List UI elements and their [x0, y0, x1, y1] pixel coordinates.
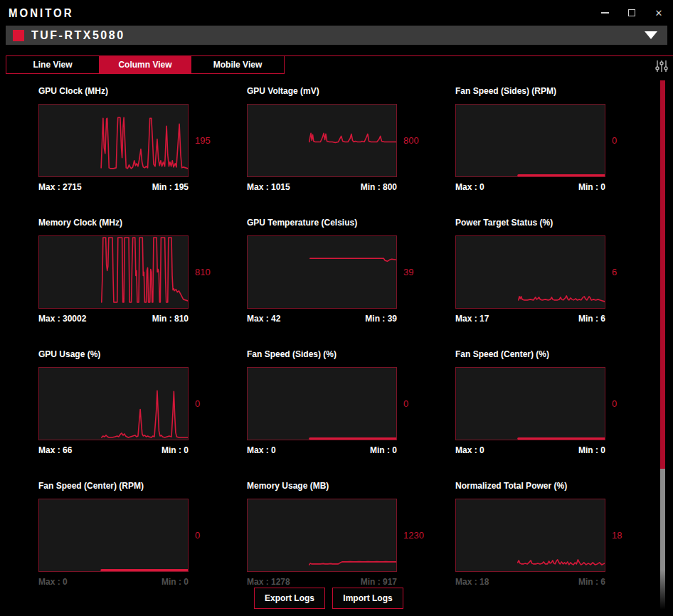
sparkline: [39, 236, 188, 308]
chart-card: Memory Clock (MHz) 810 Max : 30002 Min :…: [38, 206, 247, 338]
tab-bar-underline: [285, 55, 673, 56]
chart-maxmin-row: Max : 18 Min : 6: [455, 577, 605, 587]
chart-title: GPU Usage (%): [38, 349, 247, 360]
chart-row: 0: [38, 367, 247, 440]
chart-card: Fan Speed (Center) (RPM) 0 Max : 0 Min :…: [38, 469, 247, 601]
chart-area: [247, 367, 397, 440]
chart-area: [38, 104, 189, 177]
export-logs-button[interactable]: Export Logs: [254, 588, 325, 609]
chart-area: [38, 499, 189, 572]
device-selector[interactable]: TUF-RTX5080: [6, 26, 667, 45]
tab-mobile-view[interactable]: Mobile View: [191, 56, 284, 73]
chart-card: Normalized Total Power (%) 18 Max : 18 M…: [455, 469, 664, 601]
chart-title: GPU Temperature (Celsius): [247, 218, 455, 228]
chart-maxmin-row: Max : 1015 Min : 800: [247, 182, 397, 192]
tab-column-view[interactable]: Column View: [99, 56, 191, 73]
chart-maxmin-row: Max : 0 Min : 0: [38, 577, 189, 587]
chart-area: [455, 235, 605, 309]
app-title: MONITOR: [9, 6, 74, 19]
chart-maxmin-row: Max : 0 Min : 0: [455, 445, 605, 455]
chart-maxmin-row: Max : 1278 Min : 917: [247, 577, 397, 587]
chart-maxmin-row: Max : 17 Min : 6: [455, 314, 605, 324]
chart-maxmin-row: Max : 2715 Min : 195: [38, 182, 189, 192]
chart-title: Memory Clock (MHz): [38, 218, 247, 228]
monitor-window: MONITOR ✕ TUF-RTX5080 Line View Column V…: [0, 0, 673, 616]
chart-maxmin-row: Max : 42 Min : 39: [247, 314, 397, 324]
close-icon: ✕: [655, 9, 663, 18]
chart-min-label: Min : 6: [578, 577, 605, 587]
chart-min-label: Min : 800: [361, 182, 397, 192]
chart-min-label: Min : 810: [152, 314, 189, 324]
chart-area: [455, 367, 605, 440]
chart-card: GPU Clock (MHz) 195 Max : 2715 Min : 195: [38, 75, 247, 206]
chart-max-label: Max : 2715: [38, 182, 82, 192]
chart-card: GPU Usage (%) 0 Max : 66 Min : 0: [38, 338, 247, 469]
chart-row: 0: [455, 104, 664, 177]
chart-max-label: Max : 0: [38, 577, 68, 587]
chart-maxmin-row: Max : 0 Min : 0: [455, 182, 605, 192]
chart-area: [38, 367, 189, 440]
chart-max-label: Max : 1278: [247, 577, 290, 587]
chart-current-value: 18: [612, 530, 622, 541]
close-button[interactable]: ✕: [653, 7, 664, 18]
sliders-icon[interactable]: [655, 60, 669, 73]
chart-maxmin-row: Max : 30002 Min : 810: [38, 314, 189, 324]
chart-current-value: 0: [612, 398, 617, 409]
chart-min-label: Min : 0: [161, 577, 189, 587]
chart-min-label: Min : 0: [578, 445, 605, 455]
chart-area: [247, 499, 397, 572]
chart-max-label: Max : 30002: [38, 314, 86, 324]
chart-row: 0: [38, 499, 247, 572]
chart-area: [247, 104, 397, 177]
view-tabs: Line View Column View Mobile View: [6, 55, 285, 74]
restore-icon: [628, 9, 635, 16]
chart-maxmin-row: Max : 0 Min : 0: [247, 445, 397, 455]
chart-max-label: Max : 1015: [247, 182, 290, 192]
chart-title: Memory Usage (MB): [247, 481, 455, 492]
minimize-button[interactable]: [599, 7, 610, 18]
device-name: TUF-RTX5080: [31, 28, 125, 41]
chart-max-label: Max : 66: [38, 445, 72, 455]
chart-grid: GPU Clock (MHz) 195 Max : 2715 Min : 195…: [38, 75, 664, 601]
chart-min-label: Min : 917: [361, 577, 397, 587]
chart-title: Normalized Total Power (%): [455, 481, 664, 492]
sparkline: [248, 368, 396, 440]
chart-current-value: 6: [612, 267, 617, 277]
chart-current-value: 1230: [403, 530, 424, 541]
chart-title: Power Target Status (%): [455, 218, 664, 228]
chart-row: 195: [38, 104, 247, 177]
chart-max-label: Max : 0: [455, 445, 484, 455]
chart-card: Fan Speed (Sides) (RPM) 0 Max : 0 Min : …: [455, 75, 664, 206]
chart-title: Fan Speed (Center) (%): [455, 349, 664, 360]
scrollbar-thumb[interactable]: [660, 80, 665, 469]
import-logs-button[interactable]: Import Logs: [332, 588, 403, 609]
chart-row: 39: [247, 235, 455, 309]
chart-row: 6: [455, 235, 664, 309]
sparkline: [456, 105, 605, 176]
chart-title: Fan Speed (Sides) (RPM): [455, 86, 664, 97]
chart-card: Power Target Status (%) 6 Max : 17 Min :…: [455, 206, 664, 338]
vertical-scrollbar[interactable]: [660, 80, 665, 610]
chart-row: 800: [247, 104, 455, 177]
chart-current-value: 0: [195, 398, 200, 409]
chart-min-label: Min : 0: [578, 182, 605, 192]
restore-button[interactable]: [626, 7, 637, 18]
chart-card: Fan Speed (Center) (%) 0 Max : 0 Min : 0: [455, 338, 664, 469]
chart-card: Memory Usage (MB) 1230 Max : 1278 Min : …: [247, 469, 455, 601]
scrollbar-track[interactable]: [660, 469, 665, 610]
chevron-down-icon[interactable]: [645, 31, 657, 39]
chart-max-label: Max : 18: [455, 577, 489, 587]
view-tab-bar: Line View Column View Mobile View: [6, 55, 673, 74]
sparkline: [39, 105, 188, 176]
sparkline: [39, 499, 188, 571]
chart-title: GPU Clock (MHz): [38, 86, 247, 97]
chart-max-label: Max : 0: [455, 182, 484, 192]
chart-row: 18: [455, 499, 664, 572]
chart-current-value: 39: [403, 267, 413, 277]
chart-min-label: Min : 195: [152, 182, 189, 192]
footer-buttons: Export Logs Import Logs: [254, 588, 403, 609]
chart-current-value: 0: [612, 135, 617, 146]
tab-line-view[interactable]: Line View: [6, 56, 99, 73]
chart-area: [455, 499, 605, 572]
chart-title: Fan Speed (Sides) (%): [247, 349, 455, 360]
